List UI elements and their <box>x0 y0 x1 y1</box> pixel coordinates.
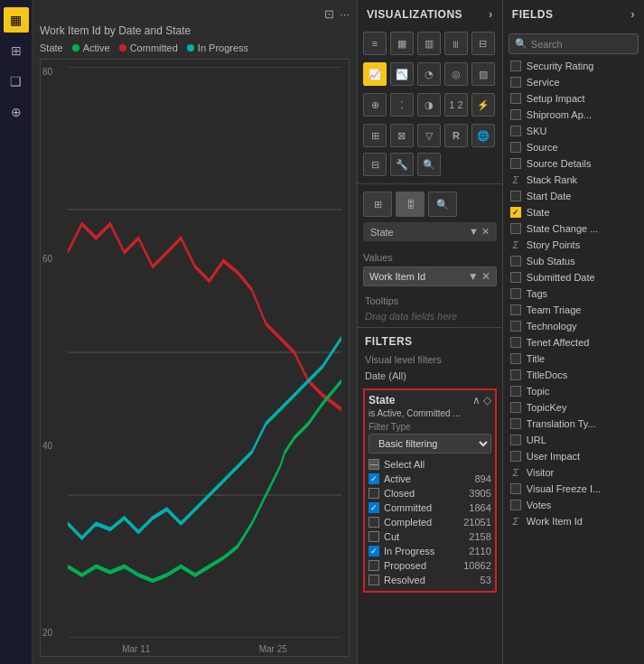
field-checkbox[interactable] <box>510 435 521 445</box>
filter-checkbox[interactable]: ✓ <box>369 502 379 513</box>
chart-expand-icon[interactable]: ⊡ <box>324 7 334 21</box>
field-checkbox[interactable] <box>510 321 521 332</box>
field-item[interactable]: Technology <box>503 318 644 334</box>
filter-type-select[interactable]: Basic filtering Advanced filtering Top N <box>369 434 491 454</box>
viz-btn-kpi[interactable]: ⚡ <box>471 93 495 117</box>
field-checkbox[interactable] <box>510 256 521 267</box>
filter-checkbox[interactable] <box>369 531 379 542</box>
sidebar-icon-layers[interactable]: ❑ <box>4 69 29 94</box>
field-item[interactable]: Σ Stack Rank <box>503 172 644 188</box>
filter-checkbox[interactable]: — <box>369 459 379 470</box>
field-checkbox[interactable] <box>510 418 521 429</box>
field-item[interactable]: Source <box>503 139 644 155</box>
field-item[interactable]: ✓ State <box>503 204 644 220</box>
viz-btn-line[interactable]: 📈 <box>363 62 387 86</box>
field-item[interactable]: State Change ... <box>503 220 644 237</box>
filter-checkbox[interactable] <box>369 517 379 528</box>
field-checkbox[interactable]: Σ <box>510 516 521 527</box>
field-item[interactable]: Votes <box>503 497 644 513</box>
filter-option-row[interactable]: Cut 2158 <box>369 529 491 544</box>
field-item[interactable]: Topic <box>503 383 644 399</box>
sidebar-icon-grid[interactable]: ⊞ <box>4 38 29 63</box>
field-checkbox[interactable] <box>510 386 521 397</box>
field-item[interactable]: Security Rating <box>503 58 644 74</box>
viz-btn-area[interactable]: 📉 <box>390 62 414 86</box>
viz-btn-donut[interactable]: ◎ <box>444 62 468 86</box>
field-checkbox[interactable] <box>510 77 521 88</box>
viz-btn-clustered-bar[interactable]: ⫼ <box>444 32 468 55</box>
field-checkbox[interactable] <box>510 93 521 104</box>
filter-option-row[interactable]: Completed 21051 <box>369 515 491 529</box>
viz-btn-table[interactable]: ≡ <box>363 32 387 55</box>
sidebar-icon-hierarchy[interactable]: ⊕ <box>4 99 29 125</box>
field-checkbox[interactable] <box>510 109 521 120</box>
viz-btn-scatter[interactable]: ⁚ <box>390 93 414 117</box>
field-item[interactable]: Title <box>503 351 644 367</box>
field-checkbox[interactable] <box>510 158 521 169</box>
viz-btn-waterfall[interactable]: ⊟ <box>471 32 495 55</box>
field-item[interactable]: Team Triage <box>503 302 644 318</box>
state-filter-collapse[interactable]: ∧ ◇ <box>472 394 491 407</box>
field-item[interactable]: URL <box>503 432 644 448</box>
field-item[interactable]: Start Date <box>503 188 644 204</box>
viz-btn-r[interactable]: R <box>444 124 468 147</box>
field-checkbox[interactable] <box>510 191 521 201</box>
field-item[interactable]: Submitted Date <box>503 269 644 285</box>
viz-btn-globe[interactable]: 🌐 <box>471 124 495 147</box>
chart-menu-icon[interactable]: ··· <box>340 7 350 21</box>
field-checkbox[interactable]: Σ <box>510 239 521 250</box>
field-item[interactable]: Σ Visitor <box>503 464 644 481</box>
field-checkbox[interactable] <box>510 304 521 315</box>
filter-checkbox[interactable]: ✓ <box>369 546 379 556</box>
field-item[interactable]: Service <box>503 74 644 90</box>
work-item-field-pill[interactable]: Work Item Id ▼ ✕ <box>363 267 497 286</box>
field-checkbox[interactable] <box>510 369 521 380</box>
viz-btn-bar[interactable]: ▦ <box>390 32 414 55</box>
viz-btn-card[interactable]: 1 2 <box>444 93 468 117</box>
viz-panel-arrow[interactable]: › <box>489 7 493 21</box>
sidebar-icon-barchart[interactable]: ▦ <box>4 7 29 33</box>
viz-btn-custom1[interactable]: ⊟ <box>363 153 387 176</box>
viz-format-icon[interactable]: 🎛 <box>396 192 425 217</box>
field-checkbox[interactable] <box>510 402 521 413</box>
field-checkbox[interactable] <box>510 272 521 283</box>
fields-search-input[interactable] <box>531 39 644 50</box>
field-item[interactable]: Σ Work Item Id <box>503 513 644 529</box>
date-filter[interactable]: Date (All) <box>358 369 502 385</box>
fields-panel-arrow[interactable]: › <box>630 7 635 21</box>
field-checkbox[interactable] <box>510 61 521 71</box>
filter-checkbox[interactable]: ✓ <box>369 473 379 484</box>
viz-btn-slicer[interactable]: ⊞ <box>363 124 387 147</box>
field-checkbox[interactable]: Σ <box>510 174 521 185</box>
viz-btn-matrix[interactable]: ⊠ <box>390 124 414 147</box>
field-checkbox[interactable] <box>510 483 521 494</box>
field-checkbox[interactable]: ✓ <box>510 207 521 218</box>
viz-btn-stacked-bar[interactable]: ▥ <box>417 32 441 55</box>
field-item[interactable]: TitleDocs <box>503 367 644 383</box>
filter-checkbox[interactable] <box>369 575 379 585</box>
viz-btn-gauge[interactable]: ◑ <box>417 93 441 117</box>
filter-option-row[interactable]: — Select All <box>369 457 491 472</box>
filter-option-row[interactable]: ✓ Committed 1864 <box>369 500 491 515</box>
viz-btn-pie[interactable]: ◔ <box>417 62 441 86</box>
field-item[interactable]: Sub Status <box>503 253 644 269</box>
viz-btn-treemap[interactable]: ▨ <box>471 62 495 86</box>
field-checkbox[interactable] <box>510 451 521 462</box>
field-checkbox[interactable] <box>510 337 521 348</box>
viz-btn-funnel[interactable]: ▽ <box>417 124 441 147</box>
filter-option-row[interactable]: Proposed 10862 <box>369 558 491 573</box>
field-item[interactable]: Translation Ty... <box>503 416 644 432</box>
filter-option-row[interactable]: Resolved 53 <box>369 573 491 587</box>
field-item[interactable]: Σ Story Points <box>503 237 644 253</box>
viz-fields-icon[interactable]: ⊞ <box>363 192 392 217</box>
filter-checkbox[interactable] <box>369 488 379 499</box>
field-item[interactable]: Source Details <box>503 155 644 172</box>
field-checkbox[interactable] <box>510 353 521 364</box>
filter-option-row[interactable]: Closed 3905 <box>369 486 491 500</box>
viz-btn-custom3[interactable]: 🔍 <box>417 153 441 176</box>
field-checkbox[interactable] <box>510 500 521 510</box>
work-item-field-close[interactable]: ▼ ✕ <box>468 270 490 283</box>
field-item[interactable]: TopicKey <box>503 399 644 416</box>
viz-btn-map[interactable]: ⊕ <box>363 93 387 117</box>
field-checkbox[interactable] <box>510 142 521 153</box>
